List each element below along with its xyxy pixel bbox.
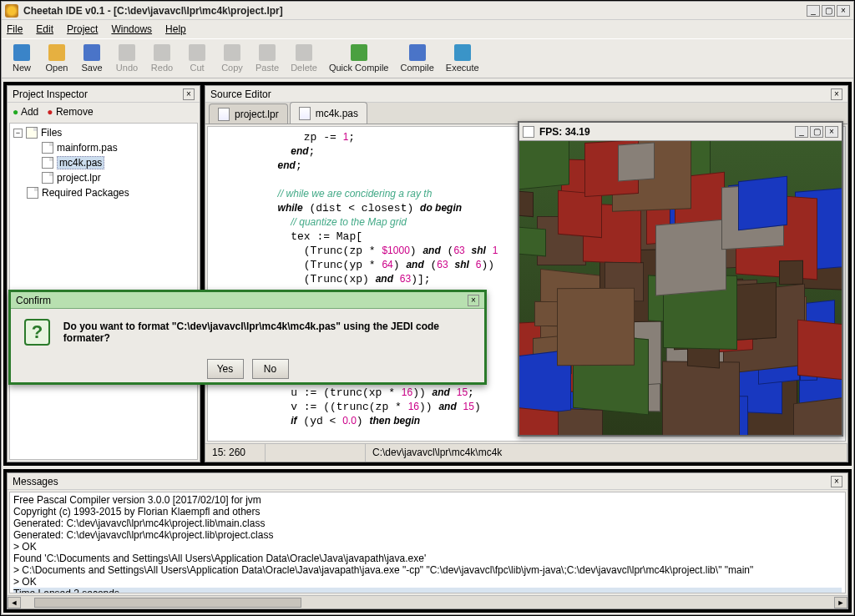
dialog-title: Confirm bbox=[16, 295, 51, 306]
menu-project[interactable]: Project bbox=[67, 23, 98, 35]
message-line[interactable]: Generated: C:\dev\javavcl\lpr\mc4k\proje… bbox=[13, 529, 842, 541]
yes-button[interactable]: Yes bbox=[207, 359, 244, 379]
tree-file-project-lpr[interactable]: project.lpr bbox=[13, 170, 194, 185]
tool-cut: Cut bbox=[182, 40, 212, 77]
menu-help[interactable]: Help bbox=[165, 23, 186, 35]
add-button[interactable]: Add bbox=[21, 106, 38, 118]
scroll-thumb[interactable] bbox=[34, 598, 301, 608]
remove-button[interactable]: Remove bbox=[56, 106, 94, 118]
message-line[interactable]: Generated: C:\dev\javavcl\lpr\mc4k\proje… bbox=[13, 518, 842, 529]
game-block bbox=[662, 361, 740, 435]
horizontal-scrollbar[interactable]: ◄ ► bbox=[8, 595, 847, 608]
panel-title: Source Editor bbox=[210, 88, 271, 100]
editor-statusbar: 15: 260 C:\dev\javavcl\lpr\mc4k\mc4k bbox=[205, 443, 847, 462]
message-line[interactable]: Found 'C:\Documents and Settings\All Use… bbox=[13, 553, 842, 564]
game-window[interactable]: FPS: 34.19 _ ▢ × bbox=[518, 121, 843, 437]
tool-quick-compile[interactable]: Quick Compile bbox=[326, 40, 392, 77]
copy-icon bbox=[224, 44, 240, 61]
game-block bbox=[519, 141, 569, 190]
messages-area: Messages × Free Pascal Compiler version … bbox=[3, 469, 852, 613]
tool-paste: Paste bbox=[252, 40, 282, 77]
tool-label: Execute bbox=[446, 63, 479, 73]
message-line[interactable]: Time Lapsed 2 seconds bbox=[13, 588, 842, 593]
game-block bbox=[519, 227, 546, 257]
close-button[interactable]: × bbox=[837, 5, 850, 17]
titlebar: Cheetah IDE v0.1 - [C:\dev\javavcl\lpr\m… bbox=[2, 2, 853, 20]
game-titlebar: FPS: 34.19 _ ▢ × bbox=[519, 123, 842, 141]
tree-files-folder[interactable]: −Files bbox=[13, 125, 194, 140]
scroll-right-icon[interactable]: ► bbox=[834, 597, 847, 608]
tool-label: Quick Compile bbox=[329, 63, 389, 73]
tool-label: Compile bbox=[400, 63, 433, 73]
messages-panel: Messages × Free Pascal Compiler version … bbox=[7, 472, 848, 609]
tool-new[interactable]: New bbox=[7, 40, 37, 77]
messages-list[interactable]: Free Pascal Compiler version 3.0.0 [2017… bbox=[9, 492, 846, 593]
minimize-button[interactable]: _ bbox=[795, 126, 808, 138]
menu-edit[interactable]: Edit bbox=[36, 23, 53, 35]
toolbar: NewOpenSaveUndoRedoCutCopyPasteDeleteQui… bbox=[2, 38, 853, 78]
game-canvas[interactable] bbox=[519, 141, 842, 435]
maximize-button[interactable]: ▢ bbox=[810, 126, 823, 138]
tool-label: Copy bbox=[221, 63, 243, 73]
compile-icon bbox=[409, 44, 426, 61]
tool-label: Cut bbox=[190, 63, 204, 73]
game-block bbox=[519, 190, 534, 218]
tree-file-mainform-pas[interactable]: mainform.pas bbox=[13, 140, 194, 155]
game-block bbox=[779, 260, 803, 284]
message-line[interactable]: Free Pascal Compiler version 3.0.0 [2017… bbox=[13, 494, 842, 506]
tool-label: New bbox=[13, 63, 31, 73]
panel-title: Messages bbox=[13, 476, 58, 487]
window-title: Cheetah IDE v0.1 - [C:\dev\javavcl\lpr\m… bbox=[23, 5, 807, 17]
delete-icon bbox=[296, 44, 312, 61]
tool-compile[interactable]: Compile bbox=[397, 40, 437, 77]
execute-icon bbox=[454, 44, 471, 61]
project-inspector-panel: Project Inspector × ● Add ● Remove −File… bbox=[7, 85, 200, 462]
message-line[interactable]: > C:\Documents and Settings\All Users\Ap… bbox=[13, 564, 842, 576]
message-line[interactable]: Copyright (c) 1993-2015 by Florian Klaem… bbox=[13, 506, 842, 518]
maximize-button[interactable]: ▢ bbox=[822, 5, 835, 17]
game-block bbox=[797, 320, 842, 381]
cut-icon bbox=[189, 44, 205, 61]
minimize-button[interactable]: _ bbox=[807, 5, 820, 17]
tab-label: mc4k.pas bbox=[316, 108, 358, 119]
tool-label: Save bbox=[81, 63, 102, 73]
menu-file[interactable]: File bbox=[7, 23, 23, 35]
panel-close-button[interactable]: × bbox=[831, 88, 842, 100]
tab-label: project.lpr bbox=[235, 109, 279, 120]
app-icon bbox=[523, 126, 534, 138]
tool-label: Open bbox=[46, 63, 68, 73]
panel-close-button[interactable]: × bbox=[831, 476, 842, 487]
tree-required-packages[interactable]: Required Packages bbox=[13, 185, 194, 200]
tool-redo: Redo bbox=[147, 40, 177, 77]
tool-execute[interactable]: Execute bbox=[443, 40, 483, 77]
redo-icon bbox=[154, 44, 170, 61]
add-icon: ● bbox=[13, 106, 18, 118]
menubar: FileEditProjectWindowsHelp bbox=[2, 20, 853, 38]
tool-open[interactable]: Open bbox=[42, 40, 72, 77]
game-block bbox=[534, 301, 559, 326]
app-logo-icon bbox=[5, 4, 18, 18]
tool-save[interactable]: Save bbox=[77, 40, 107, 77]
status-spacer bbox=[266, 444, 366, 462]
tool-label: Delete bbox=[291, 63, 317, 73]
tool-copy: Copy bbox=[217, 40, 247, 77]
open-icon bbox=[48, 44, 65, 61]
tab-project-lpr[interactable]: project.lpr bbox=[209, 104, 288, 124]
message-line[interactable]: > OK bbox=[13, 541, 842, 553]
close-button[interactable]: × bbox=[825, 126, 838, 138]
game-block bbox=[558, 190, 602, 239]
cursor-position: 15: 260 bbox=[205, 444, 266, 462]
dialog-message: Do you want to format "C:\dev\javavcl\lp… bbox=[63, 321, 471, 344]
panel-close-button[interactable]: × bbox=[183, 88, 195, 100]
panel-title: Project Inspector bbox=[13, 88, 88, 100]
scroll-left-icon[interactable]: ◄ bbox=[8, 597, 21, 608]
menu-windows[interactable]: Windows bbox=[111, 23, 152, 35]
tree-file-mc4k-pas[interactable]: mc4k.pas bbox=[13, 155, 194, 170]
no-button[interactable]: No bbox=[252, 359, 289, 379]
tab-mc4k-pas[interactable]: mc4k.pas bbox=[290, 102, 367, 124]
tool-label: Paste bbox=[255, 63, 279, 73]
game-block bbox=[738, 175, 787, 230]
game-block bbox=[618, 142, 655, 181]
message-line[interactable]: > OK bbox=[13, 576, 842, 588]
dialog-close-button[interactable]: × bbox=[468, 295, 479, 306]
